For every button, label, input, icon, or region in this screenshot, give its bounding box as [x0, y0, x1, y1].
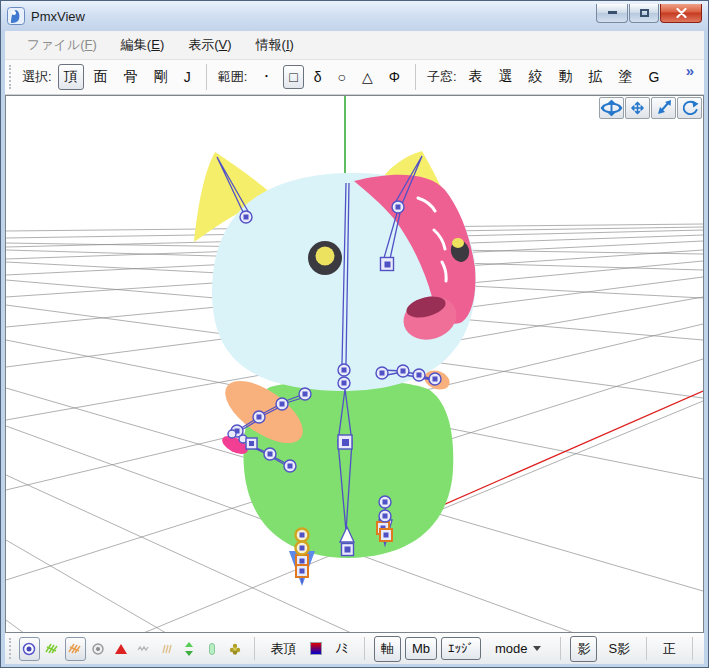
mb-toggle-button[interactable]: Mb — [405, 637, 437, 660]
menu-file[interactable]: ファイル(F) — [17, 32, 107, 58]
toggle-button-2[interactable] — [42, 637, 63, 661]
separator — [415, 64, 416, 90]
bottom-toolbar-grip[interactable] — [9, 638, 13, 659]
range-group-label: 範囲: — [218, 68, 248, 86]
toolbar-overflow-chevron[interactable]: » — [682, 60, 698, 81]
toggle-button-9[interactable] — [202, 637, 223, 661]
pmxview-window: PmxView ファイル(F) 編集(E) 表示(V) 情報(I) 選択: 頂 … — [0, 0, 709, 668]
range-delta-button[interactable]: δ — [308, 65, 328, 89]
cat-model[interactable] — [194, 151, 476, 586]
select-vertex-button[interactable]: 頂 — [58, 64, 84, 90]
close-button[interactable] — [660, 4, 702, 23]
separator — [692, 637, 693, 660]
subwin-filter-button[interactable]: 絞 — [523, 64, 549, 90]
edge-toggle-button[interactable]: ｴｯｼﾞ — [441, 637, 481, 660]
rotate-icon — [680, 99, 699, 117]
select-joint-button[interactable]: J — [178, 65, 197, 89]
close-icon — [676, 8, 687, 18]
wave-gray-icon — [136, 641, 152, 657]
separator — [646, 637, 647, 660]
hatch-orange-icon — [67, 641, 83, 657]
toggle-button-4[interactable] — [88, 637, 109, 661]
restore-button[interactable] — [629, 4, 659, 23]
separator — [254, 637, 255, 660]
toggle-button-8[interactable] — [179, 637, 200, 661]
toggle-button-7[interactable] — [156, 637, 177, 661]
triangle-red-icon — [113, 641, 129, 657]
hatch-tan-icon — [159, 641, 175, 657]
radio-dot-gray-icon — [90, 641, 106, 657]
range-phi-button[interactable]: Φ — [383, 65, 406, 89]
minimize-button[interactable] — [596, 4, 628, 23]
toggle-button-5[interactable] — [110, 637, 131, 661]
zoom-arrow-icon — [655, 99, 673, 117]
subwin-materials-button[interactable]: 表 — [463, 64, 489, 90]
viewport[interactable] — [5, 95, 704, 633]
toggle-button-3[interactable] — [65, 637, 86, 661]
toggle-button-6[interactable] — [133, 637, 154, 661]
subwindow-group-label: 子窓: — [427, 68, 457, 86]
viewport-3d-canvas[interactable] — [6, 96, 703, 632]
mode-dropdown[interactable]: mode — [487, 638, 550, 659]
separator — [206, 64, 207, 90]
arrows-green-icon — [181, 641, 197, 657]
subwin-zoom-button[interactable]: 拡 — [583, 64, 609, 90]
flower-olive-icon — [227, 641, 243, 657]
range-circle-button[interactable]: ○ — [332, 65, 352, 89]
range-rect-button[interactable]: □ — [283, 65, 303, 89]
front-vertex-button[interactable]: 表頂 — [264, 636, 304, 662]
normal-toggle-button[interactable]: 正 — [656, 636, 683, 662]
bottom-toolbar: 表頂 ﾉﾐ 軸 Mb ｴｯｼﾞ mode 影 S影 正 — [5, 633, 704, 664]
weight-gradient-swatch[interactable] — [310, 642, 322, 655]
model-right-iris — [452, 238, 464, 248]
subwin-selection-button[interactable]: 選 — [493, 64, 519, 90]
select-bone-button[interactable]: 骨 — [118, 64, 144, 90]
orbit-icon — [600, 99, 623, 117]
toggle-button-1[interactable] — [19, 637, 40, 661]
toggle-button-10[interactable] — [225, 637, 246, 661]
self-shadow-toggle-button[interactable]: S影 — [601, 636, 637, 662]
range-triangle-button[interactable]: △ — [356, 65, 379, 89]
viewport-nav-buttons — [599, 97, 702, 119]
chevron-down-icon — [533, 646, 541, 651]
window-title: PmxView — [31, 9, 596, 24]
zoom-view-button[interactable] — [651, 97, 676, 119]
select-group-label: 選択: — [22, 68, 52, 86]
separator — [560, 637, 561, 660]
toolbar-grip[interactable] — [9, 65, 13, 89]
separator — [364, 637, 365, 660]
subwin-g-button[interactable]: G — [643, 65, 666, 89]
menu-view[interactable]: 表示(V) — [178, 32, 241, 58]
menu-info[interactable]: 情報(I) — [246, 32, 304, 58]
pan-view-button[interactable] — [625, 97, 650, 119]
restore-icon — [640, 9, 649, 17]
orbit-view-button[interactable] — [599, 97, 624, 119]
subwin-paint-button[interactable]: 塗 — [613, 64, 639, 90]
rotate-view-button[interactable] — [677, 97, 702, 119]
menu-edit[interactable]: 編集(E) — [111, 32, 174, 58]
main-toolbar: 選択: 頂 面 骨 剛 J 範囲: ・ □ δ ○ △ Φ 子窓: 表 選 絞 … — [5, 60, 704, 95]
select-face-button[interactable]: 面 — [88, 64, 114, 90]
mode-dropdown-label: mode — [495, 641, 528, 656]
title-bar[interactable]: PmxView — [1, 1, 708, 31]
minimize-icon — [608, 11, 617, 14]
shadow-toggle-button[interactable]: 影 — [570, 636, 597, 662]
menu-bar: ファイル(F) 編集(E) 表示(V) 情報(I) — [5, 31, 704, 60]
subwin-motion-button[interactable]: 動 — [553, 64, 579, 90]
radio-dot-blue-icon — [21, 641, 37, 657]
axis-toggle-button[interactable]: 軸 — [374, 636, 401, 662]
hatch-green-icon — [44, 641, 60, 657]
pan-icon — [628, 99, 647, 117]
range-point-button[interactable]: ・ — [253, 64, 279, 90]
capsule-green-icon — [204, 641, 220, 657]
select-rigid-button[interactable]: 剛 — [148, 64, 174, 90]
model-left-iris — [316, 247, 335, 266]
app-icon — [7, 7, 25, 25]
nomi-button[interactable]: ﾉﾐ — [328, 637, 355, 660]
